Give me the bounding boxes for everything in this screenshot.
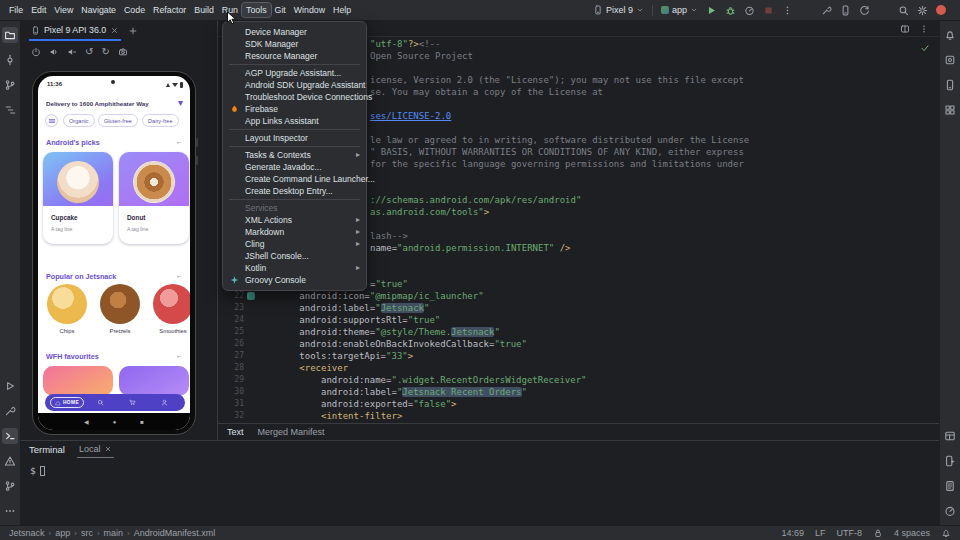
breadcrumb-item[interactable]: AndroidManifest.xml [134,528,216,538]
tools-menu-item-markdown[interactable]: Markdown▸ [223,226,366,238]
menu-view[interactable]: View [50,3,77,17]
menu-tools[interactable]: Tools [242,3,271,17]
menu-git[interactable]: Git [271,3,290,17]
tools-menu-item-cling[interactable]: Cling▸ [223,238,366,250]
expand-delivery-icon[interactable]: ▾ [178,98,183,108]
run-tool-button[interactable] [2,378,18,394]
close-tab-icon[interactable] [110,26,119,35]
filter-chip[interactable]: Gluten-free [98,114,138,127]
tools-menu-item-jshell-console[interactable]: JShell Console... [223,250,366,262]
tools-menu-item-device-manager[interactable]: Device Manager [223,26,366,38]
close-terminal-tab-icon[interactable] [104,445,112,453]
read-only-lock-icon[interactable] [873,528,883,538]
tools-menu-item-agp-upgrade-assistant[interactable]: AGP Upgrade Assistant... [223,67,366,79]
user-avatar[interactable] [936,5,946,15]
popular-snack-image[interactable] [100,284,140,324]
settings-icon[interactable] [917,5,928,16]
tools-menu-item-groovy-console[interactable]: Groovy Console [223,274,366,286]
tools-menu-item-generate-javadoc[interactable]: Generate Javadoc... [223,161,366,173]
notifications-tool-button[interactable] [942,27,958,43]
volume-up-icon[interactable] [49,47,59,57]
gradle-tool-button[interactable] [942,52,958,68]
snack-card[interactable]: CupcakeA tag line [43,152,113,244]
device-manager-tool-button[interactable] [942,77,958,93]
problems-tool-button[interactable] [2,453,18,469]
inspections-ok-icon[interactable] [920,43,930,53]
tools-menu-item-tasks-contexts[interactable]: Tasks & Contexts▸ [223,149,366,161]
filters-button[interactable] [45,114,58,127]
menu-refactor[interactable]: Refactor [149,3,190,17]
popular-snack-image[interactable] [47,284,87,324]
split-editor-icon[interactable] [900,24,910,34]
pull-requests-tool-button[interactable] [2,77,18,93]
commit-tool-button[interactable] [2,52,18,68]
more-tool-windows-tool-button[interactable] [2,503,18,519]
device-selector[interactable]: Pixel 9 [593,5,644,15]
menu-navigate[interactable]: Navigate [77,3,120,17]
breadcrumb-item[interactable]: app [55,528,70,538]
tools-menu-item-app-links-assistant[interactable]: App Links Assistant [223,115,366,127]
tools-menu-item-resource-manager[interactable]: Resource Manager [223,50,366,62]
system-recents-icon[interactable]: ■ [140,419,144,425]
device-tab[interactable]: Pixel 9 API 36.0 [29,21,121,41]
terminal-tool-button[interactable] [2,428,18,444]
snack-card[interactable]: DonutA tag line [119,152,189,244]
stop-icon[interactable] [763,5,774,16]
build-tool-button[interactable] [2,403,18,419]
notifications-icon[interactable] [941,528,951,538]
file-encoding[interactable]: UTF-8 [836,528,862,538]
search-everywhere-icon[interactable] [898,5,909,16]
breadcrumb-item[interactable]: main [104,528,124,538]
phone-screen[interactable]: 11:36Delivery to 1600 Amphitheater Way▾O… [38,76,190,430]
tools-menu-item-troubleshoot-device-connections[interactable]: Troubleshoot Device Connections [223,91,366,103]
tools-menu-item-kotlin[interactable]: Kotlin▸ [223,262,366,274]
version-control-tool-button[interactable] [2,478,18,494]
editor-view-tab-text[interactable]: Text [227,427,244,437]
tools-menu-item-xml-actions[interactable]: XML Actions▸ [223,214,366,226]
app-insights-tool-button[interactable] [942,503,958,519]
search-icon[interactable] [97,399,104,406]
run-configuration-selector[interactable]: app [661,5,698,15]
wfh-card[interactable] [119,366,189,396]
menu-build[interactable]: Build [190,3,218,17]
device-manager-icon[interactable] [840,5,851,16]
filter-chip[interactable]: Organic [63,114,95,127]
popular-snack-image[interactable] [153,284,190,324]
emulator-tool-button[interactable] [942,453,958,469]
add-device-icon[interactable] [128,26,138,36]
wfh-card[interactable] [43,366,113,396]
terminal-content[interactable]: $ [21,458,939,476]
structure-tool-button[interactable] [2,102,18,118]
tools-menu-item-sdk-manager[interactable]: SDK Manager [223,38,366,50]
system-home-icon[interactable]: ● [113,419,117,425]
filter-chip[interactable]: Dairy-free [142,114,179,127]
resource-manager-tool-button[interactable] [942,102,958,118]
breadcrumb-item[interactable]: Jetsnack [9,528,45,538]
tools-menu-item-android-sdk-upgrade-assistant[interactable]: Android SDK Upgrade Assistant [223,79,366,91]
rotate-left-icon[interactable]: ↺ [85,47,93,57]
rotate-right-icon[interactable]: ↻ [101,47,109,57]
section-arrow-icon[interactable]: ← [176,272,183,279]
logcat-tool-button[interactable] [942,478,958,494]
debug-icon[interactable] [725,5,736,16]
nav-home-button[interactable]: HOME [50,397,84,408]
caret-position[interactable]: 14:69 [781,528,804,538]
build-icon[interactable] [821,5,832,16]
profile-icon[interactable] [161,399,168,406]
editor-options-icon[interactable] [919,24,929,34]
section-arrow-icon[interactable]: ← [176,352,183,359]
menu-window[interactable]: Window [290,3,329,17]
section-arrow-icon[interactable]: ← [176,138,183,145]
layout-inspector-tool-button[interactable] [942,428,958,444]
screenshot-icon[interactable] [118,47,128,57]
menu-file[interactable]: File [5,3,27,17]
editor-view-tab-merged-manifest[interactable]: Merged Manifest [258,427,325,437]
run-icon[interactable] [706,5,717,16]
line-ending[interactable]: LF [815,528,826,538]
project-tool-button[interactable] [2,27,18,43]
power-icon[interactable] [31,47,41,57]
indent-setting[interactable]: 4 spaces [894,528,930,538]
menu-edit[interactable]: Edit [27,3,50,17]
cart-icon[interactable] [129,399,136,406]
tools-menu-item-firebase[interactable]: Firebase [223,103,366,115]
